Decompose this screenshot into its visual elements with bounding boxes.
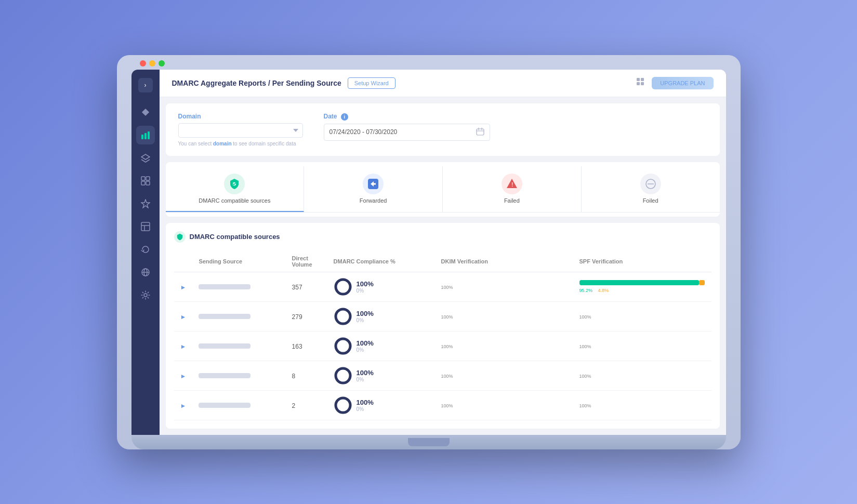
sidebar-item-diamond[interactable] <box>136 103 155 122</box>
sidebar-item-grid[interactable] <box>136 171 155 190</box>
sending-source-cell <box>192 361 285 390</box>
table-row: ►2 100% 0% 100% <box>174 390 711 420</box>
compliance-pct: 100% <box>357 339 374 347</box>
filters-section: Domain You can select domain to see doma… <box>166 103 720 156</box>
laptop-notch <box>408 438 450 446</box>
sending-source-cell <box>192 390 285 420</box>
table-row: ►357 100% 0% 100% <box>174 272 711 301</box>
compliance-zero: 0% <box>357 377 374 382</box>
tab-foiled[interactable]: Foiled <box>582 166 720 212</box>
compliance-cell: 100% 0% <box>327 361 435 390</box>
sending-source-cell <box>192 272 285 301</box>
dkim-bar-wrap: 100% <box>441 313 567 320</box>
row-expand[interactable]: ► <box>174 331 193 361</box>
spf-label: 100% <box>579 314 705 320</box>
compliance-cell: 100% 0% <box>327 390 435 420</box>
grid-view-icon[interactable] <box>636 77 645 89</box>
date-label: Date i <box>324 113 490 121</box>
compliance-zero: 0% <box>357 406 374 412</box>
expand-icon[interactable]: ► <box>180 373 187 380</box>
header-left: DMARC Aggregate Reports / Per Sending So… <box>172 77 395 89</box>
volume-value: 279 <box>292 313 302 321</box>
compliance-donut <box>334 366 352 385</box>
svg-point-36 <box>336 398 350 413</box>
dkim-bar-wrap: 100% <box>441 283 567 290</box>
row-expand[interactable]: ► <box>174 361 193 390</box>
spf-cell: 100% <box>573 331 711 361</box>
setup-wizard-button[interactable]: Setup Wizard <box>348 77 395 89</box>
direct-volume-cell: 357 <box>286 272 327 301</box>
table-row: ►279 100% 0% 100% <box>174 301 711 331</box>
sidebar-item-table[interactable] <box>136 217 155 236</box>
svg-rect-6 <box>146 181 150 185</box>
spf-bar-wrap: 100% <box>579 313 705 320</box>
sidebar-item-star[interactable] <box>136 194 155 213</box>
volume-value: 8 <box>292 373 296 380</box>
spf-label1: 95.2% <box>579 288 594 293</box>
tab-dmarc-compatible[interactable]: DMARC compatible sources <box>166 166 305 212</box>
dkim-label: 100% <box>441 314 567 320</box>
compliance-cell: 100% 0% <box>327 331 435 361</box>
domain-hint: You can select domain to see domain spec… <box>178 141 303 147</box>
svg-point-32 <box>336 339 350 353</box>
tab-forwarded[interactable]: Forwarded <box>304 166 443 212</box>
sending-source-value <box>199 373 250 378</box>
minimize-traffic-light[interactable] <box>149 60 155 67</box>
traffic-lights <box>140 60 165 67</box>
spf-label: 100% <box>579 403 705 408</box>
dkim-label: 100% <box>441 344 567 349</box>
compliance-label: 100% 0% <box>357 339 374 353</box>
svg-rect-17 <box>641 82 644 85</box>
svg-rect-3 <box>141 177 145 180</box>
expand-icon[interactable]: ► <box>180 402 187 409</box>
maximize-traffic-light[interactable] <box>159 60 165 67</box>
dkim-cell: 100% <box>435 272 573 301</box>
sidebar-item-layers[interactable] <box>136 149 155 167</box>
sidebar-item-globe[interactable] <box>136 263 155 282</box>
compliance-zero: 0% <box>357 288 374 294</box>
spf-cell: 100% <box>573 390 711 420</box>
compliance-wrap: 100% 0% <box>334 366 429 385</box>
col-compliance: DMARC Compliance % <box>327 251 435 272</box>
spf-cell: 100% <box>573 361 711 390</box>
sidebar-item-refresh[interactable] <box>136 240 155 259</box>
volume-value: 163 <box>292 343 302 350</box>
sidebar-item-reports[interactable] <box>136 126 155 144</box>
tab-failed[interactable]: ! Failed <box>443 166 582 212</box>
svg-point-28 <box>336 280 350 294</box>
compliance-donut <box>334 307 352 326</box>
svg-rect-18 <box>477 129 484 135</box>
direct-volume-cell: 279 <box>286 301 327 331</box>
row-expand[interactable]: ► <box>174 272 193 301</box>
svg-rect-5 <box>141 181 145 185</box>
row-expand[interactable]: ► <box>174 301 193 331</box>
expand-icon[interactable]: ► <box>180 343 187 350</box>
compliance-pct: 100% <box>357 399 374 406</box>
expand-icon[interactable]: ► <box>180 284 187 291</box>
table-section: DMARC compatible sources Sending Source … <box>166 223 720 429</box>
laptop-base <box>131 435 726 449</box>
main-content: DMARC Aggregate Reports / Per Sending So… <box>160 70 726 435</box>
foiled-icon <box>640 174 661 194</box>
domain-select[interactable] <box>178 123 303 138</box>
date-input-wrap[interactable] <box>324 124 490 141</box>
row-expand[interactable]: ► <box>174 390 193 420</box>
close-traffic-light[interactable] <box>140 60 146 67</box>
sidebar-item-settings[interactable] <box>136 286 155 304</box>
upgrade-button[interactable]: UPGRADE PLAN <box>652 77 713 89</box>
compliance-pct: 100% <box>357 310 374 317</box>
dkim-label: 100% <box>441 374 567 379</box>
expand-icon[interactable]: ► <box>180 313 187 321</box>
svg-rect-0 <box>141 135 143 139</box>
sidebar-toggle[interactable]: › <box>138 78 153 92</box>
svg-point-13 <box>144 294 147 297</box>
date-input[interactable] <box>329 128 473 136</box>
svg-rect-1 <box>144 133 147 139</box>
col-spf: SPF Verification <box>573 251 711 272</box>
sending-source-value <box>199 284 250 289</box>
svg-rect-16 <box>637 82 640 85</box>
dkim-cell: 100% <box>435 301 573 331</box>
compliance-label: 100% 0% <box>357 310 374 323</box>
domain-label: Domain <box>178 113 303 120</box>
spf-label: 100% <box>579 344 705 349</box>
